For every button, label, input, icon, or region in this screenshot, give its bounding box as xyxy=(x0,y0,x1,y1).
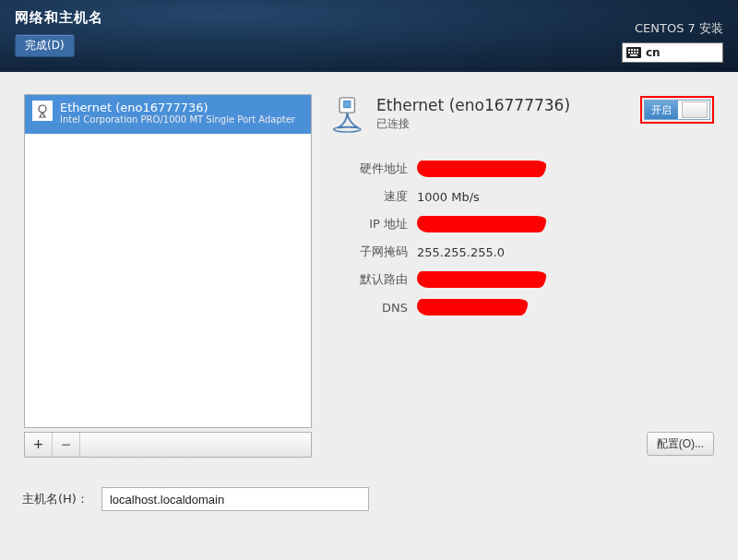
details-status: 已连接 xyxy=(376,116,570,132)
value-subnet-mask: 255.255.255.0 xyxy=(417,245,505,259)
toggle-on-label: 开启 xyxy=(645,101,678,119)
keyboard-layout-selector[interactable]: cn xyxy=(622,42,723,63)
value-default-route-redacted xyxy=(417,271,547,288)
value-hardware-address-redacted xyxy=(417,161,547,177)
header-bar: 网络和主机名 完成(D) CENTOS 7 安装 cn xyxy=(0,0,738,72)
value-speed: 1000 Mb/s xyxy=(417,190,480,204)
header-right: CENTOS 7 安装 cn xyxy=(622,20,723,63)
content-area: Ethernet (eno16777736) Intel Corporation… xyxy=(0,72,738,560)
value-dns-redacted xyxy=(417,299,529,316)
row-default-route: 默认路由 xyxy=(334,266,714,293)
label-hardware-address: 硬件地址 xyxy=(334,161,408,177)
row-subnet-mask: 子网掩码 255.255.255.0 xyxy=(334,238,714,266)
svg-rect-12 xyxy=(344,101,351,107)
configure-button[interactable]: 配置(O)... xyxy=(647,432,714,456)
ethernet-icon xyxy=(32,101,53,121)
row-hardware-address: 硬件地址 xyxy=(334,155,714,183)
row-dns: DNS xyxy=(334,293,714,321)
details-title-block: Ethernet (eno16777736) 已连接 xyxy=(376,96,570,132)
add-remove-toolbar: + − xyxy=(24,432,312,458)
svg-rect-9 xyxy=(630,54,637,56)
hostname-label: 主机名(H)： xyxy=(22,491,89,507)
connection-toggle[interactable]: 开启 xyxy=(644,100,710,120)
svg-rect-5 xyxy=(628,52,630,54)
page-title: 网络和主机名 xyxy=(15,9,723,27)
svg-rect-6 xyxy=(631,52,633,54)
device-subtitle: Intel Corporation PRO/1000 MT Single Por… xyxy=(60,114,295,125)
installer-label: CENTOS 7 安装 xyxy=(622,20,723,37)
row-ip-address: IP 地址 xyxy=(334,210,714,238)
details-info-table: 硬件地址 速度 1000 Mb/s IP 地址 子网掩码 255.255.255… xyxy=(334,155,714,321)
keyboard-layout-code: cn xyxy=(646,46,661,59)
remove-device-button[interactable]: − xyxy=(53,433,80,457)
details-header: Ethernet (eno16777736) 已连接 开启 xyxy=(332,96,714,133)
hostname-row: 主机名(H)： xyxy=(22,487,369,511)
device-list-item[interactable]: Ethernet (eno16777736) Intel Corporation… xyxy=(25,95,311,134)
device-details: Ethernet (eno16777736) 已连接 开启 硬件地址 速度 10… xyxy=(332,96,714,321)
device-list-item-text: Ethernet (eno16777736) Intel Corporation… xyxy=(60,101,295,125)
label-ip-address: IP 地址 xyxy=(334,216,408,232)
svg-point-10 xyxy=(39,105,46,113)
keyboard-icon xyxy=(626,47,641,58)
row-speed: 速度 1000 Mb/s xyxy=(334,183,714,210)
device-title: Ethernet (eno16777736) xyxy=(60,101,295,114)
label-dns: DNS xyxy=(334,301,408,315)
done-button[interactable]: 完成(D) xyxy=(15,34,75,57)
toolbar-spacer xyxy=(80,433,311,457)
toggle-knob xyxy=(682,101,708,118)
value-ip-address-redacted xyxy=(417,216,547,232)
label-subnet-mask: 子网掩码 xyxy=(334,244,408,260)
ethernet-large-icon xyxy=(332,96,367,133)
toggle-highlight: 开启 xyxy=(640,96,714,124)
svg-rect-3 xyxy=(634,49,636,51)
details-title: Ethernet (eno16777736) xyxy=(376,96,570,114)
svg-rect-7 xyxy=(634,52,636,54)
device-list: Ethernet (eno16777736) Intel Corporation… xyxy=(24,94,312,428)
svg-rect-8 xyxy=(637,52,638,54)
label-speed: 速度 xyxy=(334,188,408,205)
label-default-route: 默认路由 xyxy=(334,271,408,288)
hostname-input[interactable] xyxy=(101,487,369,511)
svg-rect-1 xyxy=(628,49,630,51)
add-device-button[interactable]: + xyxy=(25,433,53,457)
svg-rect-4 xyxy=(637,49,638,51)
svg-rect-2 xyxy=(631,49,633,51)
